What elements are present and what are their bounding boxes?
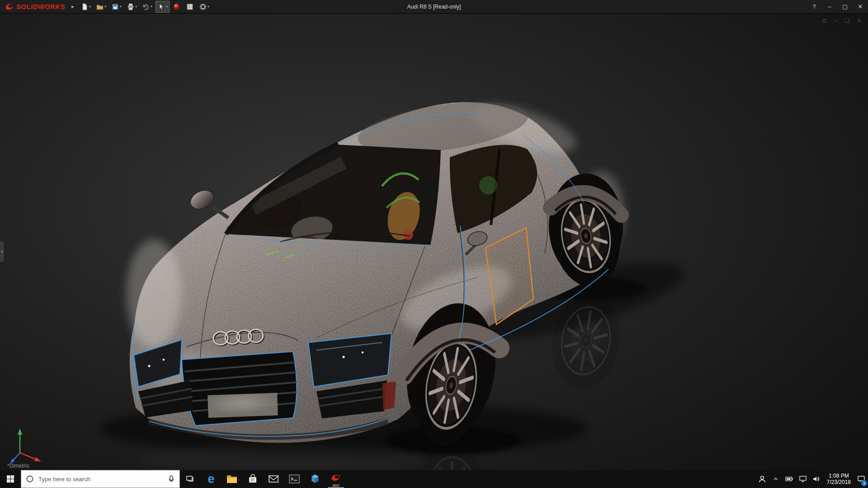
dropdown-caret-icon[interactable]: ▾ [104, 5, 106, 9]
minimize-button[interactable]: – [822, 0, 837, 14]
graphics-viewport[interactable]: ⧉ – ❏ ✕ [0, 14, 868, 470]
interior-cage-glimpse [479, 176, 497, 194]
open-folder-icon [96, 3, 104, 11]
dropdown-caret-icon[interactable]: ▾ [120, 5, 122, 9]
front-grille[interactable] [182, 352, 297, 426]
appearances-sphere-icon [173, 3, 181, 11]
ds-logo-icon [5, 3, 14, 11]
command-prompt-app-button[interactable] [284, 470, 305, 488]
command-prompt-icon [289, 474, 300, 483]
cortana-icon [26, 475, 34, 483]
doc-popout-icon[interactable]: ⧉ [822, 17, 826, 24]
edge-icon: e [208, 473, 214, 485]
solidworks-year-label: 2017 [326, 484, 346, 487]
windows-taskbar: e [0, 470, 868, 488]
dropdown-caret-icon[interactable]: ▾ [166, 5, 168, 9]
menu-expand-arrow-icon[interactable]: ▸ [69, 4, 79, 9]
print-icon [127, 3, 135, 11]
new-document-button[interactable]: ▾ [79, 1, 93, 13]
clock-time: 1:08 PM [829, 473, 849, 479]
feature-tree-flyout-handle[interactable] [0, 242, 4, 262]
maximize-button[interactable]: ▢ [837, 0, 853, 14]
select-tool-button[interactable]: ▾ [156, 1, 170, 13]
file-explorer-icon [226, 474, 237, 484]
dropdown-caret-icon[interactable]: ▾ [89, 5, 91, 9]
people-icon [758, 475, 766, 483]
solidworks-wordmark: SOLIDWORKS [16, 3, 65, 10]
windows-logo-icon [6, 475, 14, 483]
display-network-button[interactable] [796, 470, 810, 488]
battery-button[interactable] [783, 470, 796, 488]
3d-viewer-app-button[interactable] [305, 470, 326, 488]
select-cursor-icon [157, 3, 165, 11]
open-button[interactable]: ▾ [94, 1, 108, 13]
solidworks-taskbar-icon [330, 474, 342, 484]
dropdown-caret-icon[interactable]: ▾ [135, 5, 137, 9]
red-reflector [382, 381, 396, 410]
doc-restore-icon[interactable]: ❏ [844, 17, 849, 24]
volume-button[interactable] [810, 470, 823, 488]
notification-count-badge: 3 [861, 480, 867, 486]
license-plate-area [208, 393, 278, 418]
dropdown-caret-icon[interactable]: ▾ [208, 5, 209, 9]
dropdown-caret-icon[interactable]: ▾ [151, 5, 152, 9]
print-button[interactable]: ▾ [125, 1, 139, 13]
mail-app-button[interactable] [263, 470, 284, 488]
options-gear-icon [199, 3, 207, 11]
action-center-button[interactable]: 3 [854, 470, 868, 488]
battery-icon [785, 476, 793, 482]
window-controls: ? – ▢ ✕ [807, 0, 868, 14]
appearances-button[interactable] [171, 1, 183, 13]
app-titlebar: SOLIDWORKS ▸ ▾ ▾ ▾ ▾ [0, 0, 868, 14]
mail-icon [268, 474, 279, 483]
search-input[interactable] [38, 476, 163, 483]
document-window-controls: ⧉ – ❏ ✕ [822, 17, 862, 24]
microphone-icon[interactable] [168, 475, 175, 483]
task-view-button[interactable] [180, 470, 201, 488]
save-floppy-icon [111, 3, 119, 11]
undo-icon [142, 3, 150, 11]
save-button[interactable]: ▾ [109, 1, 123, 13]
store-app-button[interactable] [242, 470, 263, 488]
new-document-icon [80, 3, 89, 11]
display-icon [799, 475, 807, 483]
chevron-up-icon [773, 476, 779, 482]
3d-scene-canvas[interactable] [0, 14, 868, 470]
options-button[interactable]: ▾ [197, 1, 211, 13]
view-orientation-label: *Dimetric [7, 463, 29, 469]
design-report-icon [186, 3, 194, 11]
start-button[interactable] [0, 470, 21, 488]
undo-button[interactable]: ▾ [140, 1, 154, 13]
clock-date: 7/23/2018 [827, 479, 851, 485]
solidworks-logo: SOLIDWORKS [0, 3, 69, 11]
task-view-icon [186, 474, 195, 483]
close-button[interactable]: ✕ [853, 0, 868, 14]
3d-cube-icon [310, 474, 320, 484]
taskbar-search[interactable] [21, 470, 180, 488]
quick-toolbar: ▾ ▾ ▾ ▾ ▾ ▾ [79, 1, 211, 13]
doc-minimize-icon[interactable]: – [834, 17, 837, 24]
file-explorer-app-button[interactable] [222, 470, 242, 488]
solidworks-app-button[interactable]: 2017 [326, 470, 346, 488]
edge-app-button[interactable]: e [201, 470, 222, 488]
taskbar-clock[interactable]: 1:08 PM 7/23/2018 [823, 470, 854, 488]
hidden-icons-button[interactable] [769, 470, 783, 488]
doc-close-icon[interactable]: ✕ [857, 17, 862, 24]
store-icon [248, 474, 258, 484]
volume-icon [812, 475, 821, 483]
people-button[interactable] [755, 470, 769, 488]
help-button[interactable]: ? [807, 0, 822, 14]
design-report-button[interactable] [184, 1, 196, 13]
system-tray: 1:08 PM 7/23/2018 3 [755, 470, 868, 488]
